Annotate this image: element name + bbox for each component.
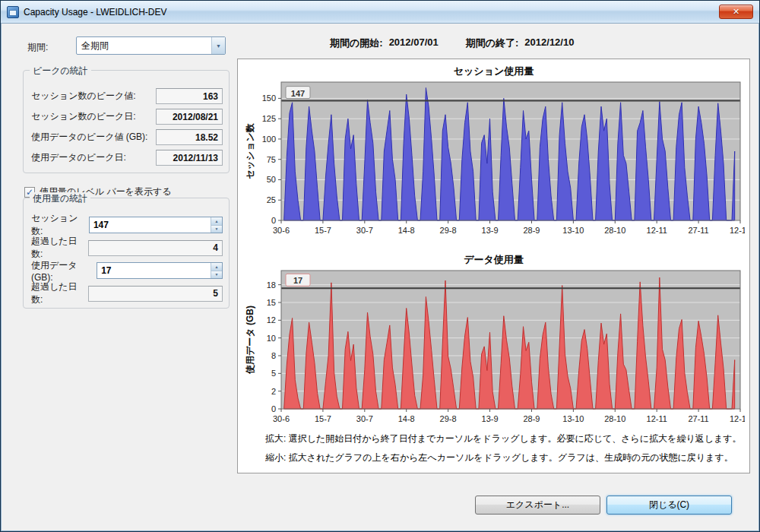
close-button-label: 閉じる(C) [649,499,689,511]
session-exceeded-days-label: 超過した日数: [31,235,88,261]
peak-stats-groupbox: ピークの統計 セッション数のピーク値: 163 セッション数のピーク日: 201… [23,70,230,173]
svg-text:15-7: 15-7 [315,226,331,235]
data-level-input[interactable] [97,263,210,278]
peak-data-date-row: 使用データのピーク日: 2012/11/13 [24,147,229,168]
usage-stats-groupbox: 使用量の統計 セッション数: ▲ ▼ 超過した日数: 4 [23,198,230,309]
svg-text:14-8: 14-8 [398,414,415,423]
close-icon: ✕ [733,7,739,17]
session-level-label: セッション数: [31,212,89,238]
peak-session-value-label: セッション数のピーク値: [31,90,136,103]
svg-text:125: 125 [262,114,276,123]
svg-text:28-10: 28-10 [604,414,625,423]
close-button[interactable]: 閉じる(C) [606,496,732,515]
svg-text:2: 2 [271,387,276,396]
svg-text:30-7: 30-7 [356,414,373,423]
app-icon [7,6,19,18]
peak-session-date-box: 2012/08/21 [156,109,223,125]
spin-up-icon[interactable]: ▲ [211,217,222,225]
zoom-out-note: 縮小: 拡大されたグラフの上を右から左へカーソルをドラッグします。グラフは、生成… [265,451,733,464]
svg-text:28-9: 28-9 [523,414,540,423]
peak-stats-legend: ピークの統計 [30,65,91,78]
svg-text:29-8: 29-8 [440,414,457,423]
data-level-spinner[interactable]: ▲ ▼ [97,262,223,279]
usage-stats-legend: 使用量の統計 [30,192,90,205]
spin-down-icon[interactable]: ▼ [211,271,222,279]
data-exceeded-days-row: 超過した日数: 5 [24,282,229,305]
svg-text:29-8: 29-8 [440,226,457,235]
peak-session-value-box: 163 [156,88,223,104]
svg-text:0: 0 [271,216,276,225]
svg-text:使用データ (GB): 使用データ (GB) [245,306,255,375]
peak-data-value-box: 18.52 [156,129,223,145]
period-label: 期間: [27,41,48,54]
svg-text:147: 147 [291,89,305,98]
period-range-header: 期間の開始: 2012/07/01 期間の終了: 2012/12/10 [330,36,574,50]
period-dropdown[interactable]: 全期間 ▼ [76,36,226,55]
close-window-button[interactable]: ✕ [719,5,753,19]
svg-text:12-12: 12-12 [730,414,745,423]
export-button[interactable]: エクスポート... [475,496,600,515]
peak-data-date-box: 2012/11/13 [156,150,223,166]
peak-session-date-label: セッション数のピーク日: [31,110,136,123]
session-exceeded-days-box: 4 [88,240,223,256]
period-start-value: 2012/07/01 [389,36,439,50]
svg-text:25: 25 [267,195,276,204]
svg-text:28-9: 28-9 [523,226,540,235]
data-chart-title: データ使用量 [238,253,749,267]
svg-text:27-11: 27-11 [688,414,708,423]
svg-text:12-11: 12-11 [647,414,667,423]
session-level-spinner[interactable]: ▲ ▼ [89,217,223,233]
svg-text:5: 5 [271,369,276,378]
period-end-label: 期間の終了: [466,36,519,50]
peak-data-value-label: 使用データのピーク値 (GB): [31,131,147,144]
svg-text:17: 17 [293,276,302,285]
session-level-row: セッション数: ▲ ▼ [24,214,229,236]
data-exceeded-days-label: 超過した日数: [31,280,88,306]
svg-text:30-6: 30-6 [273,414,290,423]
svg-text:30-6: 30-6 [273,226,290,235]
export-button-label: エクスポート... [506,499,569,511]
data-level-label: 使用データ (GB): [31,259,97,283]
svg-text:8: 8 [271,351,276,360]
svg-text:28-10: 28-10 [604,226,625,235]
svg-text:12-11: 12-11 [647,226,667,235]
svg-text:75: 75 [267,155,276,164]
period-start-label: 期間の開始: [330,36,383,50]
peak-session-value-row: セッション数のピーク値: 163 [24,86,229,106]
data-usage-chart[interactable]: 1702581012151830-615-730-714-829-813-928… [243,266,745,429]
svg-text:13-9: 13-9 [482,226,499,235]
svg-text:12: 12 [267,315,276,325]
svg-text:50: 50 [267,175,276,184]
svg-text:30-7: 30-7 [356,226,373,235]
data-level-row: 使用データ (GB): ▲ ▼ [24,259,229,282]
svg-text:10: 10 [267,334,276,343]
dialog-content: 期間: 全期間 ▼ ピークの統計 セッション数のピーク値: 163 セッション数… [2,24,758,530]
svg-text:18: 18 [267,280,276,290]
session-usage-chart[interactable]: 147025507510012515030-615-730-714-829-81… [243,78,745,240]
data-exceeded-days-box: 5 [88,286,223,302]
chevron-down-icon[interactable]: ▼ [211,37,225,54]
spin-down-icon[interactable]: ▼ [211,225,222,233]
charts-panel: セッション使用量 147025507510012515030-615-730-7… [237,59,750,473]
session-exceeded-days-row: 超過した日数: 4 [24,236,229,259]
period-dropdown-value: 全期間 [77,40,211,52]
svg-text:12-12: 12-12 [730,226,745,235]
spin-up-icon[interactable]: ▲ [211,263,222,271]
svg-text:13-10: 13-10 [562,414,584,423]
session-chart-title: セッション使用量 [238,65,749,78]
peak-data-date-label: 使用データのピーク日: [31,151,126,164]
svg-text:100: 100 [262,135,276,144]
svg-text:15-7: 15-7 [315,414,331,423]
svg-text:150: 150 [262,93,276,103]
zoom-in-note: 拡大: 選択した開始日付から終了日付までカーソルをドラッグします。必要に応じて、… [265,432,742,445]
svg-text:15: 15 [267,298,276,307]
svg-text:14-8: 14-8 [398,226,415,235]
svg-text:0: 0 [271,404,276,413]
capacity-usage-dialog: Capacity Usage - LWEIDLICH-DEV ✕ 期間: 全期間… [0,0,760,532]
window-title: Capacity Usage - LWEIDLICH-DEV [24,7,167,17]
peak-data-value-row: 使用データのピーク値 (GB): 18.52 [24,127,229,147]
session-level-input[interactable] [90,217,210,233]
period-end-value: 2012/12/10 [524,36,574,50]
svg-text:13-10: 13-10 [562,226,584,235]
titlebar[interactable]: Capacity Usage - LWEIDLICH-DEV ✕ [1,1,759,24]
